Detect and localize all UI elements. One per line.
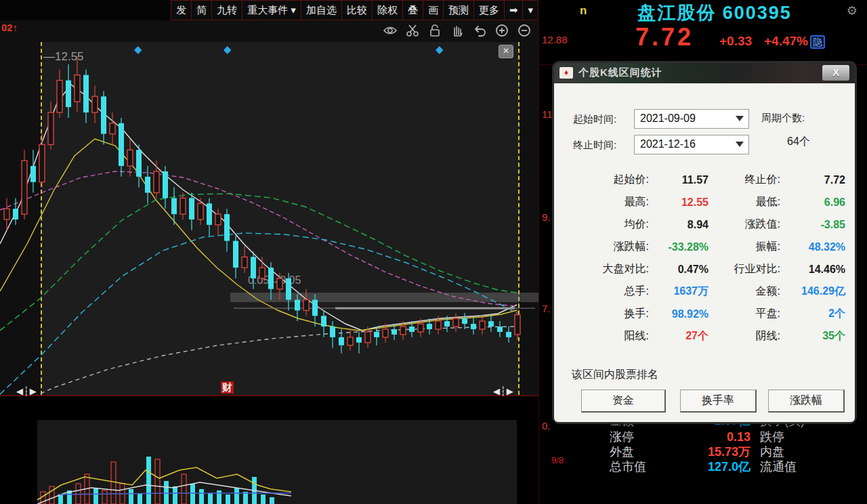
candle: [198, 198, 203, 225]
candle: [13, 198, 18, 225]
toolbar-item-0[interactable]: 发: [171, 0, 191, 20]
candle: [101, 91, 106, 144]
candle: [180, 193, 186, 219]
candle: [242, 247, 247, 274]
toolbar-item-8[interactable]: 画: [423, 0, 443, 20]
lock-icon[interactable]: [427, 23, 442, 38]
price-axis-label: 12.88: [542, 34, 568, 45]
volume-bar: [111, 462, 116, 504]
candle: [277, 273, 282, 300]
candle: [453, 313, 459, 332]
range-handle-left[interactable]: ◀┆▶: [16, 386, 37, 396]
range-handle-right[interactable]: ◀┆▶: [493, 386, 514, 396]
candle: [154, 161, 159, 198]
stats-row: 均价:8.94涨跌值:-3.85: [554, 213, 855, 236]
start-time-label: 起始时间:: [573, 113, 616, 126]
candle: [312, 295, 318, 327]
stat-value: 27个: [649, 329, 709, 343]
start-date-value: 2021-09-09: [640, 112, 696, 125]
eye-icon[interactable]: [383, 23, 398, 38]
toolbar-item-4[interactable]: 加自选: [301, 0, 341, 20]
stat-value: -33.28%: [649, 241, 709, 253]
last-price: 7.72: [635, 23, 694, 51]
end-date-select[interactable]: 2021-12-16: [634, 135, 749, 154]
candle: [189, 193, 194, 230]
stat-value: 146.29亿: [780, 285, 845, 299]
candle: [480, 316, 485, 335]
stat-value: 35个: [780, 329, 845, 343]
start-date-select[interactable]: 2021-09-09: [634, 109, 749, 129]
stat-value: 48.32%: [780, 241, 845, 253]
scissors-icon[interactable]: [405, 23, 420, 38]
end-time-label: 终止时间:: [573, 139, 616, 152]
dialog-close-button[interactable]: X: [822, 65, 849, 81]
candle: [136, 144, 142, 187]
toolbar-item-2[interactable]: 九转: [211, 0, 242, 20]
dialog-icon: ♦: [559, 67, 573, 79]
volume-bar: [199, 489, 204, 504]
end-date-value: 2021-12-16: [640, 138, 696, 150]
stat-label: 行业对比:: [709, 262, 780, 276]
volume-bar: [173, 486, 177, 504]
marker-diamond-icon[interactable]: ◆: [224, 43, 232, 56]
stat-label: 阴线:: [709, 329, 780, 343]
rank-by-fund-button[interactable]: 资金: [581, 390, 666, 413]
date-fragment: 9/8: [551, 455, 564, 465]
toolbar-item-5[interactable]: 比较: [341, 0, 372, 20]
toolbar-item-9[interactable]: 预测: [443, 0, 473, 20]
volume-bar: [164, 481, 169, 504]
candle: [233, 236, 238, 278]
stats-row: 最高:12.55最低:6.96: [554, 191, 855, 213]
stats-row: 总手:1637万金额:146.29亿: [554, 280, 855, 303]
toolbar-item-1[interactable]: 简: [191, 0, 211, 20]
toolbar-item-3[interactable]: 重大事件 ▾: [242, 0, 301, 20]
MA-white: [0, 85, 517, 331]
price-axis-label: 9.: [542, 211, 551, 223]
candle: [75, 56, 80, 112]
candle: [145, 166, 150, 203]
stat-value: 14.46%: [780, 264, 845, 276]
kline-chart-panel[interactable]: 02↑ ✕ —12.55 0.05→0.05 财 ◀┆▶ ◀┆▶ ◆◆◆: [0, 20, 538, 395]
candle: [110, 112, 115, 144]
quote-detail-panel: 金额2.07亿换手(实)6.46% 涨停0.13跌停6.65外盘15.73万内盘…: [551, 419, 867, 504]
gear-icon[interactable]: ⚙: [847, 3, 858, 18]
toolbar-item-7[interactable]: 叠: [402, 0, 423, 20]
undo-icon[interactable]: [472, 23, 487, 38]
MA-cyan: [0, 233, 517, 394]
top-toolbar: 发简九转重大事件 ▾加自选比较除权叠画预测更多➡▾: [0, 0, 538, 21]
stat-label: 大盘对比:: [554, 262, 649, 276]
rank-section-label: 该区间内股票排名: [572, 368, 658, 382]
hand-icon[interactable]: [450, 23, 465, 38]
stat-value: 2个: [780, 307, 845, 321]
candle: [39, 134, 45, 188]
dialog-body: 起始时间: 2021-09-09 终止时间: 2021-12-16 周期个数: …: [554, 83, 855, 422]
rank-by-change-button[interactable]: 涨跌幅: [768, 390, 845, 413]
quote-value: 0.13: [675, 430, 750, 444]
stat-label: 阳线:: [554, 329, 649, 343]
rank-by-turnover-button[interactable]: 换手率: [680, 390, 757, 413]
quote-label: 内盘: [760, 444, 830, 460]
stat-value: 98.92%: [649, 308, 709, 320]
candle: [119, 118, 124, 177]
zoom-out-icon[interactable]: [517, 23, 532, 38]
quote-label: 总市值: [610, 459, 675, 475]
candle: [488, 316, 494, 332]
price-change: +0.33: [719, 34, 752, 49]
stat-value: 8.94: [649, 219, 709, 231]
stat-label: 金额:: [709, 285, 780, 299]
candle: [48, 102, 54, 150]
candle: [57, 70, 62, 118]
toolbar-item-6[interactable]: 除权: [372, 0, 402, 20]
toolbar-item-11[interactable]: ➡: [504, 0, 523, 20]
zoom-in-icon[interactable]: [494, 23, 509, 38]
toolbar-item-10[interactable]: 更多: [473, 0, 504, 20]
stats-row: 阳线:27个阴线:35个: [554, 325, 855, 348]
quote-value: 15.73万: [675, 444, 750, 460]
marker-diamond-icon[interactable]: ◆: [134, 43, 142, 56]
stat-label: 平盘:: [709, 307, 780, 321]
toolbar-item-12[interactable]: ▾: [522, 0, 538, 20]
stats-grid: 起始价:11.57终止价:7.72最高:12.55最低:6.96均价:8.94涨…: [554, 169, 855, 348]
candle: [497, 321, 503, 337]
dialog-titlebar[interactable]: ♦ 个股K线区间统计 X: [554, 63, 855, 83]
marker-diamond-icon[interactable]: ◆: [436, 43, 444, 56]
